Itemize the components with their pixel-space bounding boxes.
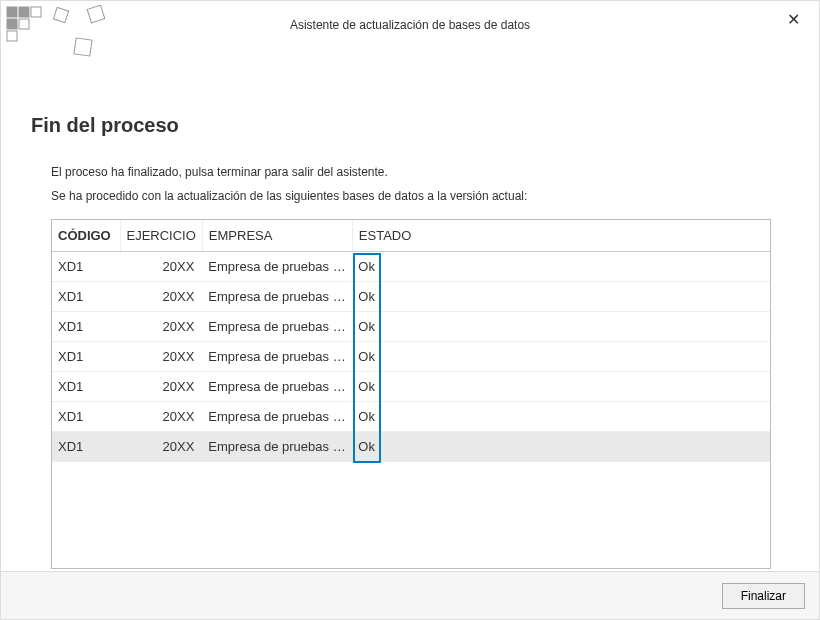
table-row[interactable]: XD120XXEmpresa de pruebas de F...Ok [52,282,770,312]
cell-codigo: XD1 [52,282,120,312]
process-finished-message: El proceso ha finalizado, pulsa terminar… [31,165,789,179]
table-row[interactable]: XD120XXEmpresa de pruebas de F...Ok [52,312,770,342]
cell-codigo: XD1 [52,402,120,432]
table-row[interactable]: XD120XXEmpresa de pruebas de F...Ok [52,402,770,432]
col-header-estado[interactable]: ESTADO [352,220,770,252]
cell-empresa: Empresa de pruebas de F... [202,372,352,402]
table-row[interactable]: XD120XXEmpresa de pruebas de F...Ok [52,432,770,462]
cell-estado: Ok [352,372,770,402]
table-row[interactable]: XD120XXEmpresa de pruebas de F...Ok [52,342,770,372]
cell-empresa: Empresa de pruebas de F... [202,402,352,432]
cell-estado: Ok [352,252,770,282]
cell-empresa: Empresa de pruebas de F... [202,282,352,312]
results-table-container: CÓDIGO EJERCICIO EMPRESA ESTADO XD120XXE… [51,219,771,569]
cell-estado: Ok [352,402,770,432]
cell-ejercicio: 20XX [120,372,202,402]
cell-estado: Ok [352,312,770,342]
cell-estado: Ok [352,342,770,372]
cell-estado: Ok [352,432,770,462]
cell-codigo: XD1 [52,342,120,372]
cell-ejercicio: 20XX [120,312,202,342]
cell-empresa: Empresa de pruebas de F... [202,312,352,342]
cell-empresa: Empresa de pruebas de F... [202,342,352,372]
cell-ejercicio: 20XX [120,282,202,312]
cell-empresa: Empresa de pruebas de F... [202,432,352,462]
results-table: CÓDIGO EJERCICIO EMPRESA ESTADO XD120XXE… [52,220,770,462]
col-header-empresa[interactable]: EMPRESA [202,220,352,252]
col-header-codigo[interactable]: CÓDIGO [52,220,120,252]
cell-estado: Ok [352,282,770,312]
table-row[interactable]: XD120XXEmpresa de pruebas de F...Ok [52,372,770,402]
footer-bar: Finalizar [1,571,819,619]
cell-ejercicio: 20XX [120,252,202,282]
col-header-ejercicio[interactable]: EJERCICIO [120,220,202,252]
cell-codigo: XD1 [52,372,120,402]
cell-codigo: XD1 [52,252,120,282]
cell-codigo: XD1 [52,432,120,462]
cell-codigo: XD1 [52,312,120,342]
cell-ejercicio: 20XX [120,342,202,372]
page-title: Fin del proceso [31,114,789,137]
cell-ejercicio: 20XX [120,432,202,462]
window-title: Asistente de actualización de bases de d… [290,18,530,32]
cell-ejercicio: 20XX [120,402,202,432]
process-detail-message: Se ha procedido con la actualización de … [31,189,789,203]
cell-empresa: Empresa de pruebas de F... [202,252,352,282]
close-icon[interactable]: ✕ [781,7,805,31]
table-row[interactable]: XD120XXEmpresa de pruebas de F...Ok [52,252,770,282]
finish-button[interactable]: Finalizar [722,583,805,609]
